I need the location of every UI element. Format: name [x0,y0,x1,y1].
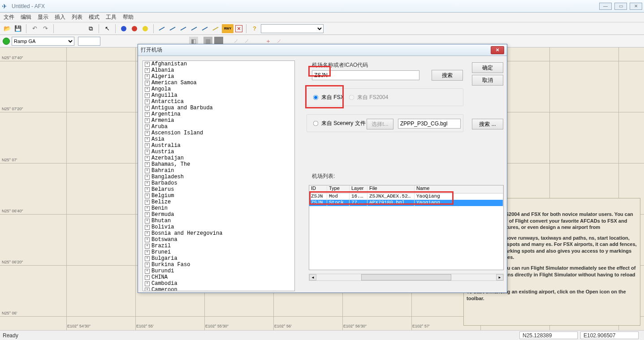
tree-item[interactable]: +Bermuda [143,211,294,218]
close-button[interactable]: ✕ [630,3,642,10]
tree-item[interactable]: +American Samoa [143,80,294,86]
tree-item[interactable]: +Belgium [143,193,294,199]
expand-icon[interactable]: + [145,281,150,286]
tree-item[interactable]: +Bahrain [143,168,294,174]
expand-icon[interactable]: + [145,150,150,155]
tree-item[interactable]: +Burundi [143,268,294,274]
line-tool-3-icon[interactable] [179,24,188,33]
scroll-right-icon[interactable]: ► [496,274,503,280]
tree-item[interactable]: +Australia [143,142,294,149]
expand-icon[interactable]: + [145,275,150,280]
icao-input[interactable] [312,70,419,80]
list-hscroll[interactable]: ◄ ► [309,274,504,281]
expand-icon[interactable]: + [145,200,150,205]
tree-item[interactable]: +Asia [143,136,294,142]
tree-item[interactable]: +Albania [143,67,294,73]
ok-button[interactable]: 确定 [472,62,503,73]
open-icon[interactable]: 📂 [3,24,12,33]
tree-item[interactable]: +Burkina Faso [143,262,294,268]
expand-icon[interactable]: + [145,143,150,148]
choose-file-button[interactable]: 选择t... [367,119,393,129]
expand-icon[interactable]: + [145,106,150,111]
expand-icon[interactable]: + [145,219,150,224]
search2-button[interactable]: 搜索 ... [472,119,503,129]
expand-icon[interactable]: + [145,74,150,79]
tree-item[interactable]: +Aruba [143,124,294,130]
tree-item[interactable]: +Belarus [143,186,294,193]
tree-item[interactable]: +Ascension Island [143,130,294,136]
expand-icon[interactable]: + [145,99,150,104]
blue-dot-icon[interactable] [119,24,128,33]
pointer-icon[interactable]: ↖ [103,24,112,33]
expand-icon[interactable]: + [145,256,150,261]
expand-icon[interactable]: + [145,168,150,173]
expand-icon[interactable]: + [145,87,150,92]
tree-item[interactable]: +Argentina [143,111,294,117]
list-row-selected[interactable]: ZSJN Stock 77... APX79180.bgl Yaoqiang [309,200,503,206]
expand-icon[interactable]: + [145,175,150,180]
tree-item[interactable]: +Botswana [143,237,294,243]
stepper-input[interactable] [78,37,100,46]
expand-icon[interactable]: + [145,225,150,230]
menu-help[interactable]: 帮助 [123,13,134,21]
expand-icon[interactable]: + [145,68,150,73]
tree-item[interactable]: +Brazil [143,243,294,249]
tree-item[interactable]: +Bolivia [143,224,294,230]
menu-file[interactable]: 文件 [4,13,14,21]
expand-icon[interactable]: + [145,93,150,98]
expand-icon[interactable]: + [145,156,150,161]
tree-item[interactable]: +Algeria [143,73,294,80]
expand-icon[interactable]: + [145,118,150,123]
expand-icon[interactable]: + [145,269,150,274]
tree-item[interactable]: +Barbados [143,180,294,186]
expand-icon[interactable]: + [145,112,150,117]
maximize-button[interactable]: ▭ [614,3,627,10]
tree-item[interactable]: +Azerbaijan [143,155,294,161]
tree-item[interactable]: +Bhutan [143,218,294,224]
line-tool-4-icon[interactable] [190,24,199,33]
ramp-type-select[interactable]: Ramp GA [12,37,74,46]
tree-item[interactable]: +Bahamas, The [143,161,294,168]
scroll-left-icon[interactable]: ◄ [309,274,316,280]
expand-icon[interactable]: + [145,231,150,236]
tree-item[interactable]: +Cambodia [143,280,294,287]
help-icon[interactable]: ? [250,24,259,33]
line-tool-6-icon[interactable] [211,24,220,33]
tree-item[interactable]: +Cameroon [143,287,294,291]
menu-insert[interactable]: 插入 [55,13,65,21]
rwy-icon[interactable]: RWY [222,24,233,33]
radio-scenery[interactable]: 来自 Scenery 文件 [313,120,366,127]
tree-item[interactable]: +Brunei [143,249,294,255]
radio-fsx[interactable]: 来自 FSX [313,94,344,101]
search-button[interactable]: 搜索 [432,70,463,81]
line-tool-1-icon[interactable] [157,24,166,33]
expand-icon[interactable]: + [145,212,150,217]
tree-item[interactable]: +Armenia [143,117,294,124]
green-circle-icon[interactable] [3,38,10,45]
tree-item[interactable]: +Austria [143,149,294,155]
tree-item[interactable]: +CHINA [143,274,294,280]
tree-item[interactable]: +Bosnia and Herzegovina [143,230,294,237]
list-row[interactable]: ZSJN Mod 16... ZSJNX_ADEX.52... YaoQiang [309,194,503,200]
line-tool-2-icon[interactable] [168,24,177,33]
menu-tools[interactable]: 工具 [106,13,117,21]
airport-list[interactable]: ID Type Layer File Name ZSJN Mod 16... Z… [309,185,504,270]
tree-item[interactable]: +Anguilla [143,92,294,99]
save-icon[interactable]: 💾 [13,24,22,33]
country-tree[interactable]: +Afghanistan+Albania+Algeria+American Sa… [143,60,295,291]
expand-icon[interactable]: + [145,81,150,86]
expand-icon[interactable]: + [145,62,150,67]
red-dot-icon[interactable] [130,24,139,33]
expand-icon[interactable]: + [145,244,150,249]
tree-item[interactable]: +Angola [143,86,294,92]
menu-list[interactable]: 列表 [72,13,82,21]
tree-item[interactable]: +Antigua and Barbuda [143,105,294,111]
tree-item[interactable]: +Antarctica [143,99,294,105]
expand-icon[interactable]: + [145,237,150,242]
expand-icon[interactable]: + [145,194,150,198]
expand-icon[interactable]: + [145,162,150,167]
expand-icon[interactable]: + [145,137,150,142]
radio-fs2004[interactable]: 来自 FS2004 [349,94,388,101]
tree-item[interactable]: +Afghanistan [143,61,294,67]
menu-view[interactable]: 显示 [38,13,48,21]
